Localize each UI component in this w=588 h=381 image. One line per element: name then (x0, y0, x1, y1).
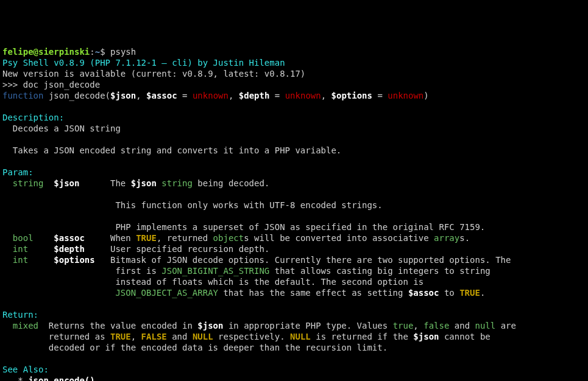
param-type: int (2, 244, 43, 254)
description-header: Description: (2, 112, 586, 123)
param-row: int $depth User specified recursion dept… (2, 243, 586, 254)
see-also-item: * json_encode() (2, 375, 586, 381)
banner-line-1: Psy Shell v0.8.9 (PHP 7.1.12-1 — cli) by… (2, 57, 586, 68)
param-row: bool $assoc When TRUE, returned objects … (2, 232, 586, 243)
param-row: int $options Bitmask of JSON decode opti… (2, 254, 586, 265)
return-header: Return: (2, 309, 586, 320)
param-desc: instead of floats which is the default. … (2, 276, 586, 287)
banner-line-2: New version is available (current: v0.8.… (2, 68, 586, 79)
param-type: string (2, 178, 43, 188)
param-desc: PHP implements a superset of JSON as spe… (2, 222, 586, 232)
return-desc: decoded or if the encoded data is deeper… (2, 342, 586, 353)
param-name: $depth (43, 244, 100, 254)
param-name: $options (43, 255, 100, 265)
param-desc: This function only works with UTF-8 enco… (2, 200, 586, 211)
description-text: Takes a JSON encoded string and converts… (2, 145, 586, 156)
param-type: bool (2, 233, 43, 243)
terminal-output[interactable]: felipe@sierpinski:~$ psyshPsy Shell v0.8… (2, 46, 586, 381)
command: psysh (110, 47, 136, 57)
param-type: int (2, 255, 43, 265)
return-row: mixed Returns the value encoded in $json… (2, 320, 586, 331)
param-name: $json (43, 178, 100, 188)
doc-command: doc json_decode (23, 80, 100, 89)
repl-input-line: >>> doc json_decode (2, 79, 586, 90)
param-name: $assoc (43, 233, 100, 243)
function-signature: function json_decode($json, $assoc = unk… (2, 90, 586, 101)
shell-prompt-line: felipe@sierpinski:~$ psysh (2, 46, 586, 57)
path: ~ (95, 47, 100, 57)
user-host: felipe@sierpinski (2, 47, 90, 57)
param-desc: first is JSON_BIGINT_AS_STRING that allo… (2, 265, 586, 276)
return-desc: returned as TRUE, FALSE and NULL respect… (2, 331, 586, 342)
param-desc: JSON_OBJECT_AS_ARRAY that has the same e… (2, 287, 586, 298)
description-text: Decodes a JSON string (2, 123, 586, 134)
param-row: string $json The $json string being deco… (2, 178, 586, 189)
return-type: mixed (2, 321, 38, 330)
see-also-header: See Also: (2, 364, 586, 375)
param-header: Param: (2, 167, 586, 178)
